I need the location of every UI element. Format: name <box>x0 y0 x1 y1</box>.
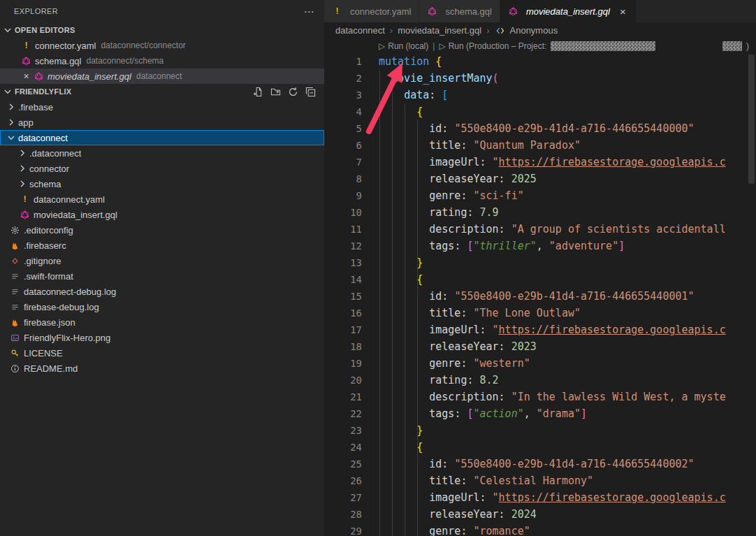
tree-item-editorconfig[interactable]: .editorconfig <box>0 222 324 238</box>
item-label: dataconnect <box>18 133 68 143</box>
code-text[interactable]: title: "Quantum Paradox" <box>379 139 581 152</box>
tree-item-friendlyflix-hero-png[interactable]: FriendlyFlix-Hero.png <box>0 330 324 345</box>
collapse-all-icon[interactable] <box>305 86 316 97</box>
code-text[interactable]: id: "550e8400-e29b-41d4-a716-44665544000… <box>379 458 695 470</box>
token: , <box>524 407 537 420</box>
token: 2023 <box>511 340 537 353</box>
tree-item-connector[interactable]: connector <box>0 161 324 176</box>
token: "550e8400-e29b-41d4-a716-446655440000" <box>454 122 694 135</box>
code-line: 17 imageUrl: "https://firebasestorage.go… <box>324 321 756 338</box>
code-text[interactable]: title: "The Lone Outlaw" <box>379 307 581 319</box>
code-text[interactable]: description: "In the lawless Wild West, … <box>379 391 726 403</box>
token: "sci-fi" <box>473 189 523 202</box>
code-text[interactable]: title: "Celestial Harmony" <box>379 475 593 487</box>
code-line: 26 title: "Celestial Harmony" <box>324 472 756 489</box>
code-text[interactable]: id: "550e8400-e29b-41d4-a716-44665544000… <box>379 290 695 303</box>
code-text[interactable]: releaseYear: 2023 <box>379 340 537 353</box>
open-editors-section-header[interactable]: OPEN EDITORS <box>0 22 324 38</box>
scrollbar-thumb[interactable] <box>748 55 755 184</box>
token: "Celestial Harmony" <box>473 475 593 487</box>
tab-moviedata-insert-gql[interactable]: moviedata_insert.gql× <box>500 0 637 22</box>
code-editor[interactable]: 1mutation {2 movie_insertMany(3 data: [4… <box>324 53 756 536</box>
line-number: 20 <box>324 375 362 386</box>
code-text[interactable]: { <box>379 106 423 118</box>
open-editor-item-schema-gql[interactable]: schema.gqldataconnect/schema <box>0 53 324 68</box>
code-line: 13 } <box>324 254 756 271</box>
more-actions-icon[interactable]: ⋯ <box>304 6 314 17</box>
code-text[interactable]: mutation { <box>379 55 442 68</box>
token: : <box>442 122 454 135</box>
code-text[interactable]: movie_insertMany( <box>379 72 499 85</box>
breadcrumb-item-dataconnect[interactable]: dataconnect <box>335 25 385 36</box>
code-text[interactable]: tags: ["action", "drama"] <box>379 407 587 420</box>
code-text[interactable]: id: "550e8400-e29b-41d4-a716-44665544000… <box>379 122 695 135</box>
code-text[interactable]: data: [ <box>379 89 448 101</box>
item-label: connector <box>29 164 69 174</box>
new-file-icon[interactable] <box>252 86 263 97</box>
tab-schema-gql[interactable]: schema.gql <box>419 0 500 22</box>
line-number: 26 <box>324 475 362 486</box>
line-number: 7 <box>324 157 362 168</box>
close-icon[interactable]: × <box>21 71 31 81</box>
line-number: 10 <box>324 207 362 218</box>
token: "thriller" <box>473 240 536 252</box>
open-editor-item-connector-yaml[interactable]: !connector.yamldataconnect/connector <box>0 38 324 53</box>
chevron-right-icon <box>17 178 28 189</box>
new-folder-icon[interactable] <box>270 86 281 97</box>
item-label: .gitignore <box>24 256 61 266</box>
code-text[interactable]: imageUrl: "https://firebasestorage.googl… <box>379 156 726 168</box>
token: : <box>460 357 473 370</box>
breadcrumb-item-anonymous[interactable]: Anonymous <box>495 25 558 36</box>
item-label: .firebaserc <box>24 240 66 251</box>
tree-item-firebase-debug-log[interactable]: firebase-debug.log <box>0 299 324 314</box>
token: genre <box>429 525 460 536</box>
token: id <box>429 122 442 135</box>
tree-item-readme-md[interactable]: README.md <box>0 361 324 376</box>
tree-item-dataconnect-debug-log[interactable]: dataconnect-debug.log <box>0 284 324 299</box>
code-text[interactable]: genre: "sci-fi" <box>379 189 524 202</box>
tree-item-moviedata-insert-gql[interactable]: moviedata_insert.gql <box>0 207 324 222</box>
editor-group: !connector.yamlschema.gqlmoviedata_inser… <box>324 0 756 536</box>
tree-item-firebaserc[interactable]: .firebaserc <box>0 238 324 253</box>
codelens-run-production[interactable]: ▷Run (Production – Project: <box>439 41 546 51</box>
code-text[interactable]: imageUrl: "https://firebasestorage.googl… <box>379 491 726 504</box>
tab-connector-yaml[interactable]: !connector.yaml <box>324 0 419 22</box>
code-text[interactable]: releaseYear: 2025 <box>379 173 537 185</box>
tree-item-firebase-json[interactable]: firebase.json <box>0 314 324 330</box>
tree-item-dataconnect[interactable]: .dataconnect <box>0 145 324 161</box>
tree-item-schema[interactable]: schema <box>0 176 324 191</box>
code-text[interactable]: rating: 8.2 <box>379 374 499 386</box>
code-line: 6 title: "Quantum Paradox" <box>324 137 756 154</box>
line-number: 16 <box>324 307 362 319</box>
code-text[interactable]: rating: 7.9 <box>379 206 499 219</box>
close-icon[interactable]: × <box>618 6 628 17</box>
refresh-icon[interactable] <box>287 86 298 97</box>
workspace-section-header[interactable]: FRIENDLYFLIX <box>0 84 324 99</box>
tree-item-license[interactable]: LICENSE <box>0 345 324 361</box>
code-text[interactable]: imageUrl: "https://firebasestorage.googl… <box>379 324 726 336</box>
tree-item-swift-format[interactable]: .swift-format <box>0 268 324 284</box>
tree-item-app[interactable]: app <box>0 115 324 130</box>
code-line: 10 rating: 7.9 <box>324 204 756 221</box>
tab-label: connector.yaml <box>350 6 411 17</box>
code-text[interactable]: genre: "romance" <box>379 525 530 536</box>
graphql-icon <box>427 7 437 16</box>
token: "western" <box>473 357 530 370</box>
token: : <box>499 508 511 521</box>
tree-item-firebase[interactable]: .firebase <box>0 99 324 115</box>
token: : <box>480 324 493 336</box>
code-text[interactable]: genre: "western" <box>379 357 530 370</box>
play-icon: ▷ <box>379 41 385 51</box>
tree-item-dataconnect[interactable]: dataconnect <box>0 130 324 145</box>
tree-item-gitignore[interactable]: .gitignore <box>0 253 324 268</box>
line-number: 24 <box>324 442 362 453</box>
item-label: moviedata_insert.gql <box>34 210 117 220</box>
code-text[interactable]: description: "A group of scientists acci… <box>379 223 726 236</box>
open-editor-item-moviedata-insert-gql[interactable]: ×moviedata_insert.gqldataconnect <box>0 68 324 84</box>
code-text[interactable]: releaseYear: 2024 <box>379 508 537 521</box>
codelens-run-local[interactable]: ▷Run (local) <box>379 41 428 51</box>
code-text[interactable]: tags: ["thriller", "adventure"] <box>379 240 625 252</box>
breadcrumb-item-moviedata-insert-gql[interactable]: moviedata_insert.gql <box>398 25 481 36</box>
tree-item-dataconnect-yaml[interactable]: !dataconnect.yaml <box>0 191 324 207</box>
line-number: 14 <box>324 274 362 285</box>
